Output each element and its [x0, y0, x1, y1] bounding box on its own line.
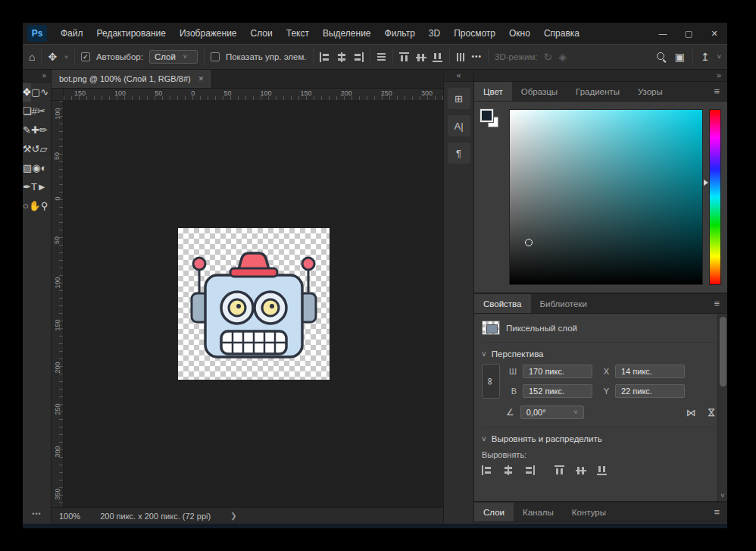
chevron-down-icon[interactable]: ˅: [482, 350, 486, 358]
menu-item[interactable]: Окно: [503, 25, 536, 42]
chevron-down-icon[interactable]: ˅: [482, 435, 486, 443]
tab-layers[interactable]: Слои: [474, 502, 514, 521]
ruler-corner[interactable]: [52, 89, 64, 101]
ellipse-tool[interactable]: ○: [23, 196, 29, 215]
saturation-brightness-field[interactable]: [509, 109, 703, 285]
align-center-horizontal-icon[interactable]: [336, 52, 347, 62]
menu-item[interactable]: Выделение: [317, 25, 377, 42]
tab-properties[interactable]: Свойства: [474, 294, 531, 313]
object-selection-tool[interactable]: ❏: [23, 102, 32, 121]
align-middle-icon[interactable]: [576, 465, 586, 475]
align-top-icon[interactable]: [399, 52, 410, 62]
crop-tool[interactable]: #: [32, 102, 37, 121]
dodge-tool[interactable]: ◐: [41, 158, 47, 177]
align-right-icon[interactable]: [353, 52, 364, 62]
align-top-icon[interactable]: [555, 465, 565, 475]
zoom-level[interactable]: 100%: [59, 512, 80, 521]
rotation-angle-field[interactable]: 0,00° ˅: [520, 405, 584, 419]
edit-toolbar-icon[interactable]: •••: [23, 505, 51, 524]
close-button[interactable]: ✕: [701, 23, 727, 44]
eyedropper-tool[interactable]: ✎: [23, 121, 31, 139]
character-panel-icon[interactable]: A|: [448, 115, 470, 136]
align-right-icon[interactable]: [524, 465, 535, 475]
x-field[interactable]: 14 пикс.: [615, 365, 685, 378]
menu-item[interactable]: 3D: [423, 25, 446, 42]
eraser-tool[interactable]: ▱: [40, 139, 48, 158]
pen-tool[interactable]: ✒: [23, 177, 31, 196]
color-cursor[interactable]: [525, 239, 533, 246]
hand-tool[interactable]: ✋: [29, 196, 41, 215]
align-center-horizontal-icon[interactable]: [503, 465, 514, 475]
tab-close-icon[interactable]: ✕: [198, 75, 205, 83]
scroll-down-icon[interactable]: ˅: [718, 492, 727, 501]
tab-channels[interactable]: Каналы: [514, 502, 563, 521]
flip-horizontal-icon[interactable]: ⋈: [686, 407, 696, 418]
menu-item[interactable]: Изображение: [173, 25, 243, 42]
clone-stamp-tool[interactable]: ⚒: [23, 139, 32, 158]
gradient-tool[interactable]: ▧: [23, 158, 32, 177]
menu-item[interactable]: Файл: [55, 25, 89, 42]
chevron-down-icon[interactable]: ˅: [64, 54, 68, 61]
zoom-tool[interactable]: ⚲: [41, 196, 48, 215]
glyphs-panel-icon[interactable]: ⊞: [448, 88, 470, 109]
document-tab[interactable]: bot.png @ 100% (Слой 1, RGB/8#) ✕: [52, 70, 212, 88]
brush-tool[interactable]: ✏: [39, 121, 48, 139]
height-field[interactable]: 152 пикс.: [523, 384, 592, 398]
y-field[interactable]: 22 пикс.: [615, 384, 685, 398]
show-transform-controls-checkbox[interactable]: [211, 52, 220, 61]
menu-item[interactable]: Слои: [245, 25, 279, 42]
align-left-icon[interactable]: [482, 465, 492, 475]
menu-item[interactable]: Редактирование: [91, 25, 172, 42]
panel-menu-icon[interactable]: ≡: [706, 82, 727, 101]
paragraph-panel-icon[interactable]: ¶: [448, 142, 470, 164]
slice-tool[interactable]: ✂: [37, 102, 45, 121]
chevron-down-icon[interactable]: ˅: [574, 409, 578, 416]
properties-scrollbar[interactable]: ˅: [717, 314, 727, 501]
foreground-background-swatches[interactable]: [480, 109, 503, 285]
workspace-icon[interactable]: ▣: [675, 52, 685, 62]
menu-item[interactable]: Справка: [538, 25, 586, 42]
move-tool[interactable]: ✥: [23, 83, 31, 102]
link-dimensions-toggle[interactable]: ∞: [482, 364, 500, 399]
type-tool[interactable]: T: [31, 177, 37, 196]
robot-image[interactable]: [178, 228, 330, 380]
tab-libraries[interactable]: Библиотеки: [531, 294, 596, 313]
tools-expand-icon[interactable]: »: [23, 70, 51, 83]
canvas[interactable]: [64, 101, 443, 507]
search-icon[interactable]: [656, 52, 667, 63]
foreground-color-swatch[interactable]: [480, 109, 493, 122]
tab-gradients[interactable]: Градиенты: [567, 82, 629, 101]
status-chevron-icon[interactable]: ❯: [230, 512, 236, 520]
scrollbar-thumb[interactable]: [720, 317, 726, 387]
distribute-vertical-icon[interactable]: [456, 52, 466, 62]
more-options-icon[interactable]: •••: [472, 53, 483, 61]
marquee-tool[interactable]: ▢: [31, 83, 40, 102]
history-brush-tool[interactable]: ↺: [32, 139, 40, 158]
home-icon[interactable]: ⌂: [29, 52, 35, 62]
menu-item[interactable]: Текст: [280, 25, 315, 42]
tab-patterns[interactable]: Узоры: [629, 82, 672, 101]
align-middle-icon[interactable]: [416, 52, 426, 62]
tab-color[interactable]: Цвет: [474, 82, 512, 101]
move-tool-preset-icon[interactable]: ✥: [48, 52, 57, 62]
minimize-button[interactable]: —: [650, 23, 676, 44]
tab-swatches[interactable]: Образцы: [512, 82, 567, 101]
menu-item[interactable]: Просмотр: [448, 25, 501, 42]
width-field[interactable]: 170 пикс.: [523, 365, 592, 378]
lasso-tool[interactable]: ∿: [40, 83, 48, 102]
blur-tool[interactable]: ◉: [32, 158, 40, 177]
share-icon[interactable]: ↥: [701, 52, 710, 62]
menu-item[interactable]: Фильтр: [379, 25, 421, 42]
expand-panels-icon[interactable]: «: [444, 70, 473, 82]
autoselect-target-dropdown[interactable]: Слой ˅: [149, 50, 198, 64]
autoselect-checkbox[interactable]: ✓: [81, 52, 90, 61]
panel-menu-icon[interactable]: ≡: [706, 502, 727, 521]
align-bottom-icon[interactable]: [597, 465, 608, 475]
align-left-icon[interactable]: [320, 52, 330, 62]
chevron-down-icon[interactable]: ˅: [717, 53, 721, 61]
path-selection-tool[interactable]: ►: [37, 177, 47, 196]
panel-menu-icon[interactable]: ≡: [706, 294, 727, 313]
distribute-horizontal-icon[interactable]: [376, 52, 386, 62]
maximize-button[interactable]: ▢: [676, 23, 701, 44]
hue-slider[interactable]: [709, 109, 721, 285]
